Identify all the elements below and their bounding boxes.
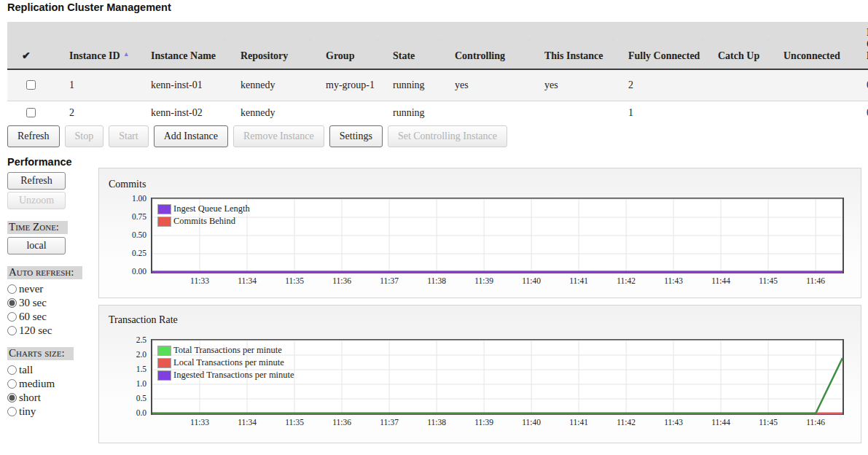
legend-swatch-icon xyxy=(157,370,171,381)
auto-refresh-option-never[interactable]: never xyxy=(7,282,95,296)
legend-swatch-icon xyxy=(157,217,171,227)
x-tick-label: 11:41 xyxy=(563,418,595,427)
table-actions: RefreshStopStartAdd InstanceRemove Insta… xyxy=(7,125,507,147)
remove-instance-button[interactable]: Remove Instance xyxy=(233,125,324,147)
y-tick-label: 0.75 xyxy=(117,212,146,221)
x-tick-label: 11:36 xyxy=(326,418,358,427)
performance-heading: Performance xyxy=(7,156,72,168)
charts-size-option-short[interactable]: short xyxy=(7,391,95,405)
sort-icon: ▲ xyxy=(308,36,313,43)
charts-size-radio-tiny[interactable] xyxy=(7,407,17,416)
y-tick-label: 1.00 xyxy=(117,194,146,203)
x-tick-label: 11:38 xyxy=(421,418,453,427)
x-tick-label: 11:40 xyxy=(515,276,547,285)
row-select-cell xyxy=(7,101,59,125)
charts-size-radio-tall[interactable] xyxy=(7,365,17,375)
cell-fully-connected: 1 xyxy=(618,101,708,125)
column-header-state[interactable]: State▲ xyxy=(383,22,445,69)
column-header-instance-id[interactable]: Instance ID▲ xyxy=(59,22,141,69)
column-header-controlling[interactable]: Controlling▲ xyxy=(445,22,534,69)
cell-instance-name: kenn-inst-01 xyxy=(141,69,230,101)
sort-icon: ▲ xyxy=(765,36,771,43)
charts-size-radio-group: tallmediumshorttiny xyxy=(7,363,95,419)
x-tick-label: 11:36 xyxy=(326,276,358,285)
performance-sidebar: Refresh Unzoom Time Zone: local Auto ref… xyxy=(7,172,95,419)
auto-refresh-radio-60-sec[interactable] xyxy=(7,312,17,322)
column-header-label: Unconnected xyxy=(783,50,840,61)
auto-refresh-radio-group: never30 sec60 sec120 sec xyxy=(7,282,95,338)
y-tick-label: 2.5 xyxy=(117,335,146,344)
chart-plot-area: Ingest Queue LengthCommits Behind xyxy=(151,198,844,273)
auto-refresh-radio-never[interactable] xyxy=(7,284,17,294)
cell-catch-up xyxy=(708,101,773,125)
cell-instance-name: kenn-inst-02 xyxy=(141,101,230,125)
cell-repository: kennedy xyxy=(230,101,316,125)
performance-unzoom-button[interactable]: Unzoom xyxy=(7,192,66,209)
column-header-catch-up[interactable]: Catch Up▲ xyxy=(708,22,773,69)
cell-this-instance xyxy=(534,101,618,125)
sort-icon: ▲ xyxy=(437,36,442,43)
charts-size-option-label: short xyxy=(19,392,41,404)
auto-refresh-option-60-sec[interactable]: 60 sec xyxy=(7,310,95,324)
legend-label: Total Transactions per minute xyxy=(173,345,282,356)
auto-refresh-option-label: 120 sec xyxy=(19,324,52,337)
y-tick-label: 0.5 xyxy=(117,394,146,402)
column-header-label: Group xyxy=(326,50,354,61)
performance-refresh-button[interactable]: Refresh xyxy=(7,172,66,190)
column-header-fully-connected[interactable]: Fully Connected▲ xyxy=(618,22,708,69)
column-header-instance-name[interactable]: Instance Name▲ xyxy=(141,22,230,69)
auto-refresh-label: Auto refresh: xyxy=(7,266,82,279)
column-header-repository[interactable]: Repository▲ xyxy=(230,22,316,69)
column-header-this-instance[interactable]: This Instance▲ xyxy=(534,22,618,69)
x-tick-label: 11:46 xyxy=(799,276,832,285)
x-tick-label: 11:41 xyxy=(563,276,595,285)
charts-size-radio-medium[interactable] xyxy=(7,379,17,389)
sort-icon: ▲ xyxy=(222,36,228,43)
add-instance-button[interactable]: Add Instance xyxy=(154,125,228,147)
sort-icon: ▲ xyxy=(375,36,380,43)
legend-label: Local Transactions per minute xyxy=(173,357,284,368)
cell-state: running xyxy=(383,101,445,125)
charts-size-radio-short[interactable] xyxy=(7,393,17,402)
column-header-label: This Instance xyxy=(544,50,603,61)
charts-size-option-label: tiny xyxy=(19,405,36,418)
auto-refresh-radio-30-sec[interactable] xyxy=(7,298,17,308)
select-all-header[interactable]: ✔ xyxy=(7,22,59,69)
cell-instance-id: 2 xyxy=(59,101,141,125)
column-header-group[interactable]: Group▲ xyxy=(316,22,383,69)
auto-refresh-option-label: never xyxy=(19,283,43,295)
charts-size-label: Charts size: xyxy=(7,347,74,360)
x-tick-label: 11:46 xyxy=(799,418,832,427)
legend-item: Total Transactions per minute xyxy=(157,344,294,357)
sort-icon: ▲ xyxy=(610,36,616,43)
chart-canvas[interactable] xyxy=(152,199,842,272)
x-tick-label: 11:37 xyxy=(373,418,405,427)
table-row: 1kenn-inst-01kennedymy-group-1runningyes… xyxy=(7,69,868,101)
y-tick-label: 1.5 xyxy=(117,365,146,373)
auto-refresh-option-120-sec[interactable]: 120 sec xyxy=(7,324,95,338)
row-checkbox[interactable] xyxy=(26,108,36,117)
settings-button[interactable]: Settings xyxy=(329,125,383,147)
stop-button[interactable]: Stop xyxy=(65,125,104,147)
charts-size-option-tiny[interactable]: tiny xyxy=(7,405,95,419)
column-header-label: Controlling xyxy=(455,50,505,61)
charts-size-option-tall[interactable]: tall xyxy=(7,363,95,377)
row-checkbox[interactable] xyxy=(26,80,36,90)
page-title: Replication Cluster Management xyxy=(7,1,171,13)
set-controlling-instance-button[interactable]: Set Controlling Instance xyxy=(388,125,507,147)
y-tick-label: 0.00 xyxy=(117,267,146,276)
refresh-button[interactable]: Refresh xyxy=(7,125,60,147)
column-header-ingest-queue-length[interactable]: Ingest Queue Length▲ xyxy=(856,22,868,69)
x-tick-label: 11:43 xyxy=(657,276,689,285)
legend-label: Commits Behind xyxy=(173,216,235,227)
time-zone-button[interactable]: local xyxy=(7,237,66,254)
start-button[interactable]: Start xyxy=(109,125,148,147)
cell-group: my-group-1 xyxy=(316,69,383,101)
transaction-rate-chart-panel: Transaction RateTotal Transactions per m… xyxy=(98,305,861,443)
column-header-unconnected[interactable]: Unconnected▲ xyxy=(773,22,856,69)
auto-refresh-radio-120-sec[interactable] xyxy=(7,326,17,335)
charts-size-option-medium[interactable]: medium xyxy=(7,377,95,391)
x-tick-label: 11:33 xyxy=(184,276,216,285)
auto-refresh-option-30-sec[interactable]: 30 sec xyxy=(7,296,95,310)
x-tick-label: 11:34 xyxy=(231,276,263,285)
